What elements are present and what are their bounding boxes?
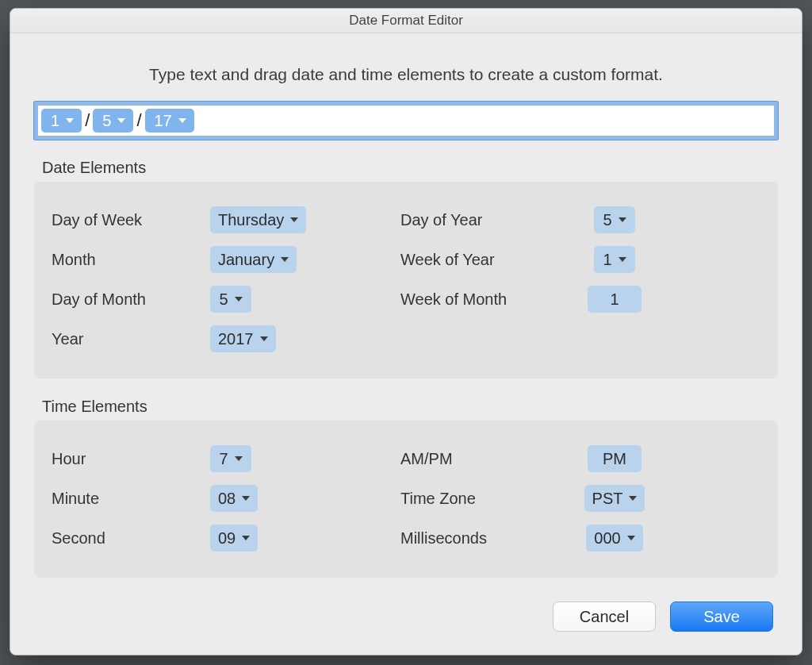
cancel-button[interactable]: Cancel xyxy=(553,602,656,632)
week-of-year-label: Week of Year xyxy=(400,251,495,269)
week-of-month-value: 1 xyxy=(610,290,619,309)
second-label: Second xyxy=(52,529,105,548)
ampm-label: AM/PM xyxy=(400,450,453,468)
hour-label: Hour xyxy=(52,450,86,468)
chevron-down-icon xyxy=(627,536,635,541)
chevron-down-icon xyxy=(281,257,289,263)
window-title: Date Format Editor xyxy=(10,9,802,33)
day-of-month-selector[interactable]: 5 xyxy=(210,286,251,313)
hour-selector[interactable]: 7 xyxy=(210,445,251,472)
month-selector[interactable]: January xyxy=(210,246,297,273)
milliseconds-label: Milliseconds xyxy=(400,529,487,548)
time-elements-panel: Hour 7 AM/PM PM Minute xyxy=(34,421,778,578)
format-separator-2: / xyxy=(135,110,143,131)
week-of-month-label: Week of Month xyxy=(400,290,507,309)
date-format-editor-window: Date Format Editor Type text and drag da… xyxy=(10,8,802,655)
milliseconds-value: 000 xyxy=(594,529,620,548)
timezone-value: PST xyxy=(592,490,623,508)
minute-value: 08 xyxy=(218,490,236,508)
week-of-year-value: 1 xyxy=(603,251,611,269)
year-label: Year xyxy=(52,330,83,348)
day-of-year-value: 5 xyxy=(603,211,611,229)
format-separator-1: / xyxy=(83,110,91,131)
month-label: Month xyxy=(52,251,96,269)
time-elements-title: Time Elements xyxy=(42,398,778,416)
day-of-week-selector[interactable]: Thursday xyxy=(210,206,306,233)
chevron-down-icon xyxy=(117,118,125,124)
format-token-value: 17 xyxy=(155,112,172,130)
day-of-week-value: Thursday xyxy=(218,211,284,229)
year-selector[interactable]: 2017 xyxy=(210,325,276,352)
week-of-year-selector[interactable]: 1 xyxy=(594,246,635,273)
chevron-down-icon xyxy=(178,118,186,124)
chevron-down-icon xyxy=(619,217,626,223)
date-elements-panel: Day of Week Thursday Day of Year 5 xyxy=(34,182,778,379)
ampm-selector[interactable]: PM xyxy=(588,445,642,472)
day-of-year-label: Day of Year xyxy=(400,211,482,229)
hour-value: 7 xyxy=(219,450,228,468)
save-button[interactable]: Save xyxy=(670,602,773,632)
chevron-down-icon xyxy=(235,456,243,462)
minute-label: Minute xyxy=(52,490,99,508)
day-of-month-label: Day of Month xyxy=(52,290,146,309)
second-selector[interactable]: 09 xyxy=(210,525,258,552)
ampm-value: PM xyxy=(603,450,626,468)
chevron-down-icon xyxy=(66,118,74,124)
month-value: January xyxy=(218,251,274,269)
date-elements-title: Date Elements xyxy=(42,159,778,177)
chevron-down-icon xyxy=(242,496,250,502)
day-of-month-value: 5 xyxy=(219,290,228,309)
format-input[interactable]: 1 / 5 / 17 xyxy=(34,102,778,140)
second-value: 09 xyxy=(218,529,236,548)
timezone-label: Time Zone xyxy=(400,490,476,508)
format-token-month[interactable]: 1 xyxy=(41,109,82,133)
chevron-down-icon xyxy=(242,536,250,541)
day-of-year-selector[interactable]: 5 xyxy=(594,206,635,233)
day-of-week-label: Day of Week xyxy=(52,211,142,229)
chevron-down-icon xyxy=(260,336,268,342)
instructions-text: Type text and drag date and time element… xyxy=(34,65,778,84)
timezone-selector[interactable]: PST xyxy=(584,485,645,512)
year-value: 2017 xyxy=(218,330,254,348)
milliseconds-selector[interactable]: 000 xyxy=(586,525,642,552)
chevron-down-icon xyxy=(619,257,626,263)
week-of-month-selector[interactable]: 1 xyxy=(588,286,642,313)
chevron-down-icon xyxy=(629,496,637,502)
format-token-value: 5 xyxy=(102,112,111,130)
format-token-value: 1 xyxy=(51,112,59,130)
chevron-down-icon xyxy=(290,217,298,223)
format-token-year[interactable]: 17 xyxy=(145,109,194,133)
format-token-day[interactable]: 5 xyxy=(93,109,133,133)
minute-selector[interactable]: 08 xyxy=(210,485,258,512)
chevron-down-icon xyxy=(235,297,243,302)
